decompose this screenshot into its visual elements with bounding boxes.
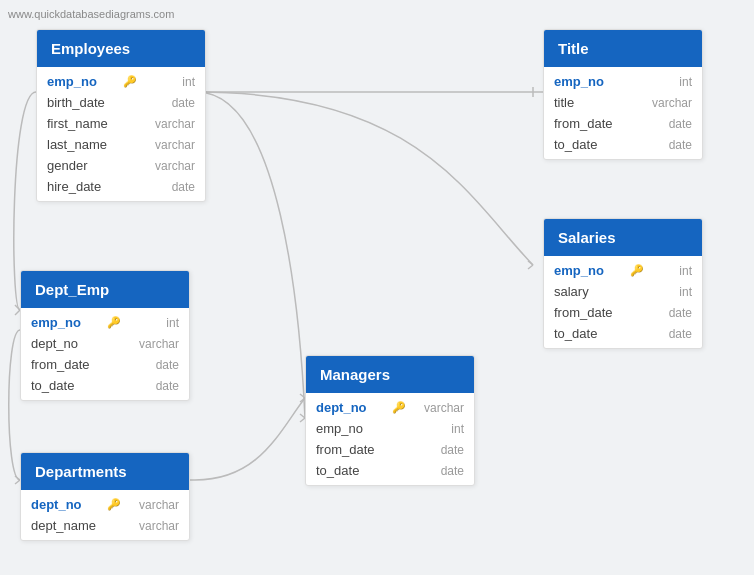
table-row: emp_no 🔑 int (37, 71, 205, 92)
table-row: to_date date (306, 460, 474, 481)
key-icon: 🔑 (123, 75, 137, 88)
salaries-table: Salaries emp_no 🔑 int salary int from_da… (543, 218, 703, 349)
key-icon: 🔑 (392, 401, 406, 414)
key-icon: 🔑 (107, 316, 121, 329)
employees-table: Employees emp_no 🔑 int birth_date date f… (36, 29, 206, 202)
employees-table-header: Employees (37, 30, 205, 67)
table-row: dept_no 🔑 varchar (306, 397, 474, 418)
table-row: emp_no int (544, 71, 702, 92)
title-table: Title emp_no int title varchar from_date… (543, 29, 703, 160)
table-row: from_date date (544, 302, 702, 323)
svg-line-6 (528, 265, 533, 269)
table-row: dept_no 🔑 varchar (21, 494, 189, 515)
watermark: www.quickdatabasediagrams.com (8, 8, 174, 20)
table-row: emp_no int (306, 418, 474, 439)
table-row: dept_no varchar (21, 333, 189, 354)
table-row: salary int (544, 281, 702, 302)
key-icon: 🔑 (107, 498, 121, 511)
dept-emp-table: Dept_Emp emp_no 🔑 int dept_no varchar fr… (20, 270, 190, 401)
dept-emp-table-header: Dept_Emp (21, 271, 189, 308)
table-row: first_name varchar (37, 113, 205, 134)
table-row: dept_name varchar (21, 515, 189, 536)
managers-table-header: Managers (306, 356, 474, 393)
table-row: gender varchar (37, 155, 205, 176)
table-row: hire_date date (37, 176, 205, 197)
managers-table: Managers dept_no 🔑 varchar emp_no int fr… (305, 355, 475, 486)
table-row: from_date date (306, 439, 474, 460)
table-row: emp_no 🔑 int (21, 312, 189, 333)
table-row: birth_date date (37, 92, 205, 113)
table-row: from_date date (544, 113, 702, 134)
svg-line-5 (528, 261, 533, 265)
departments-table: Departments dept_no 🔑 varchar dept_name … (20, 452, 190, 541)
table-row: to_date date (21, 375, 189, 396)
salaries-table-header: Salaries (544, 219, 702, 256)
col-name: emp_no (47, 74, 117, 89)
table-row: to_date date (544, 323, 702, 344)
table-row: to_date date (544, 134, 702, 155)
table-row: title varchar (544, 92, 702, 113)
title-table-header: Title (544, 30, 702, 67)
table-row: from_date date (21, 354, 189, 375)
key-icon: 🔑 (630, 264, 644, 277)
table-row: emp_no 🔑 int (544, 260, 702, 281)
departments-table-header: Departments (21, 453, 189, 490)
table-row: last_name varchar (37, 134, 205, 155)
